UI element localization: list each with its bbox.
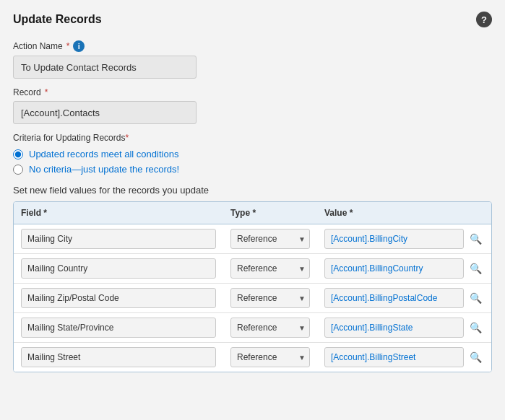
search-button-2[interactable]: 🔍 xyxy=(467,289,484,307)
value-input-0[interactable]: [Account].BillingCity xyxy=(324,229,464,249)
type-cell-2: Reference Value Formula ▼ xyxy=(230,288,324,308)
field-cell-4: Mailing Street xyxy=(21,347,230,367)
action-name-label: Action Name* i xyxy=(13,40,492,52)
col-header-field: Field * xyxy=(21,208,230,218)
field-cell-1: Mailing Country xyxy=(21,258,230,279)
set-values-section: Set new field values for the records you… xyxy=(13,185,492,372)
table-row: Mailing City Reference Value Formula ▼ [… xyxy=(14,224,491,254)
set-values-label: Set new field values for the records you… xyxy=(13,185,492,196)
required-star: * xyxy=(66,41,70,51)
type-cell-1: Reference Value Formula ▼ xyxy=(230,258,324,279)
page-container: Update Records ? Action Name* i To Updat… xyxy=(0,0,505,420)
criteria-section: Criteria for Updating Records* Updated r… xyxy=(13,133,492,175)
field-input-2[interactable]: Mailing Zip/Postal Code xyxy=(21,288,216,308)
value-cell-4: [Account].BillingStreet 🔍 xyxy=(324,347,484,367)
search-button-1[interactable]: 🔍 xyxy=(467,260,484,277)
criteria-required-star: * xyxy=(125,133,129,143)
type-select-wrapper-1: Reference Value Formula ▼ xyxy=(230,258,310,279)
help-icon[interactable]: ? xyxy=(476,12,492,27)
type-select-3[interactable]: Reference Value Formula xyxy=(230,318,310,338)
info-icon[interactable]: i xyxy=(73,40,85,52)
action-name-section: Action Name* i To Update Contact Records xyxy=(13,40,492,79)
type-select-wrapper-4: Reference Value Formula ▼ xyxy=(230,347,310,367)
table-row: Mailing Zip/Postal Code Reference Value … xyxy=(14,284,491,313)
field-cell-0: Mailing City xyxy=(21,229,230,249)
type-select-wrapper-0: Reference Value Formula ▼ xyxy=(230,229,310,249)
field-input-0[interactable]: Mailing City xyxy=(21,229,216,249)
type-select-wrapper-3: Reference Value Formula ▼ xyxy=(230,318,310,338)
value-cell-0: [Account].BillingCity 🔍 xyxy=(324,229,484,249)
type-cell-3: Reference Value Formula ▼ xyxy=(230,318,324,338)
table-row: Mailing State/Province Reference Value F… xyxy=(14,313,491,343)
type-select-1[interactable]: Reference Value Formula xyxy=(230,258,310,279)
col-header-value: Value * xyxy=(324,208,484,218)
search-button-0[interactable]: 🔍 xyxy=(467,230,484,248)
field-input-3[interactable]: Mailing State/Province xyxy=(21,318,216,338)
record-input[interactable]: [Account].Contacts xyxy=(13,101,197,124)
type-select-4[interactable]: Reference Value Formula xyxy=(230,347,310,367)
action-name-input[interactable]: To Update Contact Records xyxy=(13,56,197,79)
value-input-3[interactable]: [Account].BillingState xyxy=(324,318,464,338)
value-cell-3: [Account].BillingState 🔍 xyxy=(324,318,484,338)
radio-all-conditions-label: Updated records meet all conditions xyxy=(29,149,178,159)
table-header: Field * Type * Value * xyxy=(14,202,491,224)
table-rows-container: Mailing City Reference Value Formula ▼ [… xyxy=(14,224,491,372)
value-input-2[interactable]: [Account].BillingPostalCode xyxy=(324,288,464,308)
search-button-3[interactable]: 🔍 xyxy=(467,319,484,336)
type-cell-0: Reference Value Formula ▼ xyxy=(230,229,324,249)
record-label: Record* xyxy=(13,87,492,97)
value-input-4[interactable]: [Account].BillingStreet xyxy=(324,347,464,367)
field-cell-3: Mailing State/Province xyxy=(21,318,230,338)
field-value-table: Field * Type * Value * Mailing City Refe… xyxy=(13,201,492,372)
type-select-0[interactable]: Reference Value Formula xyxy=(230,229,310,249)
radio-no-criteria-label: No criteria—just update the records! xyxy=(29,164,179,175)
table-row: Mailing Country Reference Value Formula … xyxy=(14,254,491,284)
page-title: Update Records xyxy=(13,13,102,26)
radio-no-criteria[interactable]: No criteria—just update the records! xyxy=(13,164,492,175)
record-section: Record* [Account].Contacts xyxy=(13,87,492,124)
type-cell-4: Reference Value Formula ▼ xyxy=(230,347,324,367)
type-select-2[interactable]: Reference Value Formula xyxy=(230,288,310,308)
value-input-1[interactable]: [Account].BillingCountry xyxy=(324,258,464,279)
col-header-type: Type * xyxy=(230,208,324,218)
field-cell-2: Mailing Zip/Postal Code xyxy=(21,288,230,308)
search-button-4[interactable]: 🔍 xyxy=(467,349,484,366)
record-required-star: * xyxy=(45,87,48,97)
value-cell-2: [Account].BillingPostalCode 🔍 xyxy=(324,288,484,308)
type-select-wrapper-2: Reference Value Formula ▼ xyxy=(230,288,310,308)
field-input-4[interactable]: Mailing Street xyxy=(21,347,216,367)
page-header: Update Records ? xyxy=(13,12,492,27)
value-cell-1: [Account].BillingCountry 🔍 xyxy=(324,258,484,279)
table-row: Mailing Street Reference Value Formula ▼… xyxy=(14,343,491,372)
field-input-1[interactable]: Mailing Country xyxy=(21,258,216,279)
radio-all-conditions[interactable]: Updated records meet all conditions xyxy=(13,149,492,159)
criteria-label: Criteria for Updating Records* xyxy=(13,133,492,143)
radio-group: Updated records meet all conditions No c… xyxy=(13,149,492,175)
